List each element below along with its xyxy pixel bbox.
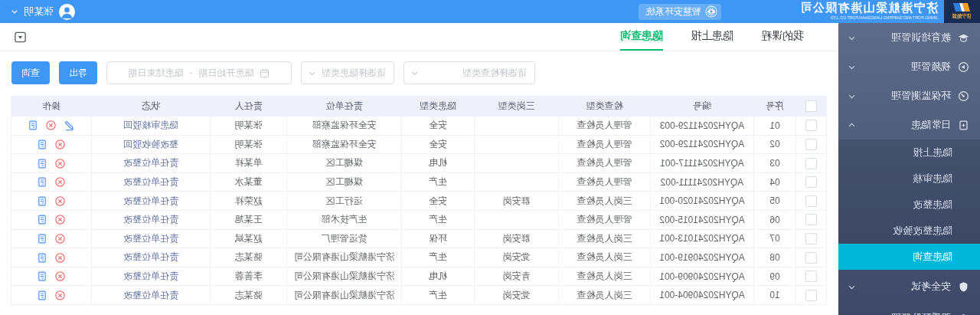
detail-icon[interactable] — [37, 158, 47, 169]
row-checkbox[interactable] — [805, 271, 817, 282]
delete-icon[interactable] — [54, 158, 66, 169]
person-cell: 骆某志 — [211, 286, 287, 305]
chevron-down-icon — [410, 69, 419, 77]
hazard-type-cell: 生产 — [402, 210, 475, 229]
edit-icon[interactable] — [64, 120, 75, 131]
check-type-cell: 管理人员检查 — [559, 210, 651, 229]
tab-1[interactable]: 隐患上报 — [691, 23, 733, 51]
detail-icon[interactable] — [37, 139, 47, 150]
detail-icon[interactable] — [37, 252, 47, 264]
detail-icon[interactable] — [37, 214, 47, 225]
table-row-5: 06AQYH20241015-002管理人员检查生产生产技术部王某旭责任单位整改 — [11, 210, 827, 229]
delete-icon[interactable] — [54, 195, 66, 207]
check-type-select[interactable]: 请选择检查类型 — [403, 61, 535, 84]
chevron-down-icon — [848, 63, 856, 71]
unit-cell: 运行工区 — [287, 192, 402, 211]
collapse-panel-button[interactable] — [14, 31, 27, 44]
sidebar-item-3[interactable]: 日常隐患 — [838, 110, 980, 139]
person-cell: 张某明 — [211, 116, 287, 136]
code-cell: AQYH20240909-001 — [651, 267, 754, 286]
column-header: 责任单位 — [287, 97, 402, 116]
sidebar-item-label: 环保监测管理 — [863, 89, 951, 103]
seq-cell: 08 — [754, 248, 796, 267]
sidebar-submenu: 隐患上报隐患审核隐患整改隐患整改验收隐患查询 — [838, 139, 980, 270]
row-checkbox-cell — [796, 116, 827, 136]
person-cell: 赵某斌 — [211, 229, 287, 248]
sidebar-subitem-3-3[interactable]: 隐患整改验收 — [838, 218, 980, 244]
sidebar-item-1[interactable]: 视频管理 — [838, 52, 980, 81]
select-all-checkbox[interactable] — [805, 100, 817, 112]
hazard-type-select[interactable]: 请选择隐患类型 — [301, 61, 394, 84]
post-type-cell — [475, 172, 559, 192]
post-type-cell — [475, 154, 559, 173]
sidebar-item-4[interactable]: 安全考试 — [838, 270, 980, 304]
detail-icon[interactable] — [37, 233, 47, 244]
code-cell: AQYH20241020-001 — [651, 192, 754, 211]
row-checkbox[interactable] — [805, 158, 817, 169]
row-checkbox[interactable] — [805, 176, 817, 188]
post-type-cell: 青安岗 — [475, 267, 559, 286]
row-checkbox[interactable] — [805, 290, 817, 301]
sidebar-item-label: 安全考试 — [863, 280, 951, 294]
user-menu[interactable]: 张某明 — [11, 4, 75, 20]
chevron-down-icon — [848, 92, 856, 100]
seq-cell: 02 — [754, 135, 796, 154]
delete-icon[interactable] — [54, 214, 66, 225]
detail-icon[interactable] — [37, 290, 47, 301]
sidebar-item-5[interactable]: 双重预防管理 — [838, 304, 980, 315]
row-checkbox[interactable] — [805, 120, 817, 131]
row-checkbox-cell — [796, 192, 827, 211]
delete-icon[interactable] — [54, 290, 66, 301]
tab-2[interactable]: 隐患查询 — [620, 23, 663, 51]
company-name: 济宁港航梁山港有限公司 — [732, 2, 938, 13]
hazard-type-placeholder: 请选择隐患类型 — [322, 67, 386, 80]
tab-0[interactable]: 我的课程 — [761, 23, 804, 51]
chevron-down-icon — [848, 283, 856, 291]
delete-icon[interactable] — [45, 120, 57, 131]
row-checkbox[interactable] — [805, 233, 817, 244]
row-checkbox[interactable] — [805, 214, 817, 225]
detail-icon[interactable] — [37, 195, 47, 207]
delete-icon[interactable] — [54, 233, 66, 244]
hazard-type-cell: 生产 — [402, 172, 475, 192]
delete-icon[interactable] — [54, 271, 66, 282]
logo-block: 济宁能源 — [944, 0, 980, 23]
layers-icon — [958, 313, 969, 315]
detail-icon[interactable] — [37, 176, 47, 188]
search-button[interactable]: 查询 — [11, 61, 50, 84]
person-cell: 赵荣祥 — [211, 192, 287, 211]
user-name: 张某明 — [24, 5, 54, 18]
delete-icon[interactable] — [54, 139, 66, 150]
chevron-up-icon — [848, 121, 856, 130]
table-row-6: 07AQYH20241013-001三岗人员检查群安岗环保货运管理厂赵某斌责任单… — [11, 229, 827, 248]
table-row-2: 03AQYH20241117-001管理人员检查机电煤棚工区单某祥责任单位整改 — [11, 154, 827, 173]
sidebar-subitem-3-4[interactable]: 隐患查询 — [838, 244, 980, 270]
detail-icon[interactable] — [28, 120, 38, 131]
row-checkbox[interactable] — [805, 195, 817, 207]
unit-cell: 安全环保监察部 — [287, 116, 402, 136]
code-cell: AQYH20241013-001 — [651, 229, 754, 248]
date-range-input[interactable]: 隐患开始日期 - 隐患结束日期 — [106, 61, 292, 84]
row-checkbox[interactable] — [805, 139, 817, 150]
person-cell: 王某旭 — [211, 210, 287, 229]
sidebar-subitem-3-1[interactable]: 隐患审核 — [838, 166, 980, 192]
row-checkbox[interactable] — [805, 252, 817, 264]
hazard-table: 序号编号检查类型三岗类型隐患类型责任单位责任人状态操作 01AQYH202411… — [11, 96, 827, 305]
post-type-cell: 群安岗 — [475, 192, 559, 211]
sidebar-subitem-3-0[interactable]: 隐患上报 — [838, 139, 980, 166]
chevron-down-icon — [308, 69, 316, 77]
sidebar-subitem-3-2[interactable]: 隐患整改 — [838, 192, 980, 218]
detail-icon[interactable] — [37, 271, 47, 282]
delete-icon[interactable] — [54, 176, 66, 188]
chevron-down-icon — [11, 8, 18, 15]
body-row: 教育培训管理视频管理环保监测管理日常隐患隐患上报隐患审核隐患整改隐患整改验收隐患… — [0, 23, 980, 315]
hazard-type-cell: 生产 — [402, 248, 475, 267]
post-type-cell — [475, 210, 559, 229]
code-cell: AQYH20241129-003 — [651, 116, 754, 136]
export-button[interactable]: 导出 — [59, 61, 97, 84]
seq-cell: 06 — [754, 210, 796, 229]
sidebar-item-0[interactable]: 教育培训管理 — [838, 23, 980, 52]
sidebar-item-2[interactable]: 环保监测管理 — [838, 81, 980, 110]
check-type-cell: 三岗人员检查 — [559, 192, 651, 211]
delete-icon[interactable] — [54, 252, 66, 264]
